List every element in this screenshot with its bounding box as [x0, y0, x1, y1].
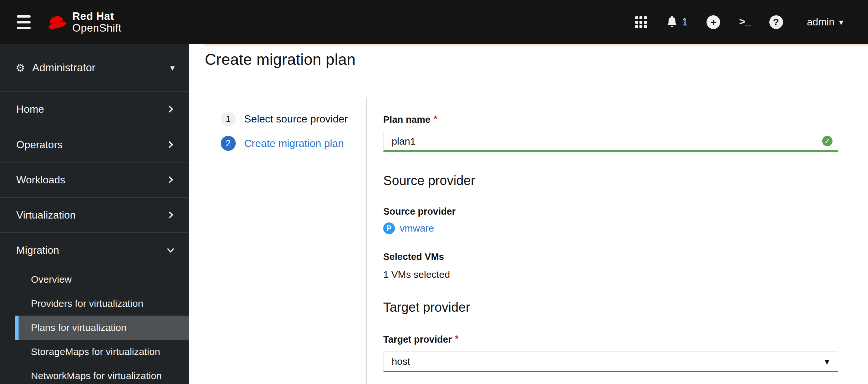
source-provider-link[interactable]: P vmware	[383, 223, 838, 234]
required-asterisk: *	[434, 114, 437, 124]
app-root: Red Hat OpenShift 1 +	[0, 0, 868, 384]
chevron-down-icon	[167, 246, 175, 254]
app-launcher-grid-icon	[635, 16, 647, 28]
sidebar-item-label: NetworkMaps for virtualization	[31, 370, 162, 381]
source-provider-label: Source provider	[383, 206, 838, 217]
target-provider-select-value: host	[392, 356, 410, 367]
sidebar-item-label: Workloads	[16, 174, 65, 186]
cogs-icon: ⚙	[16, 62, 25, 74]
chevron-right-icon	[167, 105, 175, 113]
bell-icon	[666, 16, 678, 29]
brand-line-1: Red Hat	[72, 10, 121, 22]
sidebar-item-migration-overview[interactable]: Overview	[0, 267, 189, 292]
web-terminal-button[interactable]: >_	[739, 16, 750, 28]
required-asterisk: *	[455, 334, 459, 344]
sidebar-item-label: StorageMaps for virtualization	[31, 346, 160, 357]
content-top-strip	[205, 44, 868, 46]
sidebar-item-home[interactable]: Home	[0, 91, 189, 127]
sidebar-item-storagemaps-for-virtualization[interactable]: StorageMaps for virtualization	[0, 340, 189, 364]
sidebar-item-label: Home	[16, 103, 44, 115]
redhat-fedora-icon	[45, 14, 68, 31]
main-area: ⚙ Administrator ▾ Home Operators	[0, 44, 868, 384]
caret-down-icon: ▾	[839, 18, 843, 26]
brand-logo[interactable]: Red Hat OpenShift	[45, 10, 121, 34]
chevron-right-icon	[167, 211, 175, 219]
terminal-icon: >_	[739, 16, 750, 28]
plan-name-input[interactable]	[383, 131, 838, 152]
sidebar-item-label: Migration	[16, 244, 59, 256]
sidebar-item-operators[interactable]: Operators	[0, 127, 189, 162]
sidebar-item-workloads[interactable]: Workloads	[0, 162, 189, 197]
brand-text: Red Hat OpenShift	[72, 10, 121, 34]
wizard-step-select-source-provider[interactable]: 1 Select source provider	[221, 111, 366, 126]
nav-toggle-button[interactable]	[15, 13, 33, 31]
sidebar-item-label: Overview	[31, 274, 72, 285]
caret-down-icon: ▾	[170, 63, 175, 72]
selected-vms-value: 1 VMs selected	[383, 269, 838, 280]
provider-name: vmware	[400, 223, 434, 234]
sidebar-item-label: Virtualization	[16, 209, 76, 221]
sidebar-item-migration[interactable]: Migration	[0, 232, 189, 267]
step-label: Select source provider	[244, 113, 348, 125]
hamburger-icon	[17, 15, 31, 18]
masthead: Red Hat OpenShift 1 +	[0, 0, 868, 44]
wizard-step-create-migration-plan[interactable]: 2 Create migration plan	[221, 136, 366, 151]
wizard: 1 Select source provider 2 Create migrat…	[189, 97, 868, 384]
masthead-left: Red Hat OpenShift	[0, 10, 121, 34]
wizard-steps-nav: 1 Select source provider 2 Create migrat…	[189, 97, 367, 384]
target-provider-label: Target provider*	[383, 334, 838, 345]
sidebar-item-plans-for-virtualization[interactable]: Plans for virtualization	[15, 316, 189, 340]
plan-name-label: Plan name*	[383, 114, 838, 125]
sidebar-nav: ⚙ Administrator ▾ Home Operators	[0, 44, 189, 384]
plus-circle-icon: +	[707, 15, 720, 29]
provider-badge-icon: P	[383, 223, 395, 234]
chevron-right-icon	[167, 141, 175, 149]
migration-subnav: Overview Providers for virtualization Pl…	[0, 267, 189, 384]
wizard-form: Plan name* ✓ Source provider Source prov…	[367, 97, 838, 384]
user-menu-button[interactable]: admin ▾	[807, 16, 844, 28]
selected-vms-label: Selected VMs	[383, 251, 838, 262]
source-provider-heading: Source provider	[383, 173, 838, 188]
app-launcher-button[interactable]	[635, 16, 647, 28]
chevron-right-icon	[167, 176, 175, 184]
quick-create-button[interactable]: +	[707, 15, 720, 29]
nav-list: Home Operators Workloads	[0, 91, 189, 267]
sidebar-item-label: Operators	[16, 139, 63, 151]
step-number-badge: 2	[221, 136, 236, 151]
sidebar-item-virtualization[interactable]: Virtualization	[0, 197, 189, 232]
perspective-switcher[interactable]: ⚙ Administrator ▾	[0, 44, 189, 91]
sidebar-item-networkmaps-for-virtualization[interactable]: NetworkMaps for virtualization	[0, 364, 189, 384]
step-label: Create migration plan	[244, 138, 344, 149]
sidebar-item-label: Plans for virtualization	[31, 322, 126, 333]
brand-line-2: OpenShift	[72, 22, 121, 34]
perspective-label: Administrator	[32, 62, 170, 74]
notifications-button[interactable]: 1	[666, 16, 688, 29]
sidebar-item-providers-for-virtualization[interactable]: Providers for virtualization	[0, 292, 189, 316]
page-title: Create migration plan	[189, 44, 868, 70]
user-menu-label: admin	[807, 16, 834, 28]
question-circle-icon: ?	[769, 15, 783, 29]
sidebar-item-label: Providers for virtualization	[31, 298, 143, 309]
target-provider-heading: Target provider	[383, 299, 838, 315]
caret-down-icon: ▾	[825, 356, 829, 367]
page-content: Create migration plan 1 Select source pr…	[189, 44, 868, 384]
masthead-toolbar: 1 + >_ ? admin ▾	[635, 15, 868, 29]
target-provider-select[interactable]: host ▾	[383, 351, 838, 372]
help-button[interactable]: ?	[769, 15, 783, 29]
step-number-badge: 1	[221, 111, 236, 126]
plan-name-input-wrap: ✓	[383, 131, 838, 152]
notification-count: 1	[682, 16, 688, 28]
